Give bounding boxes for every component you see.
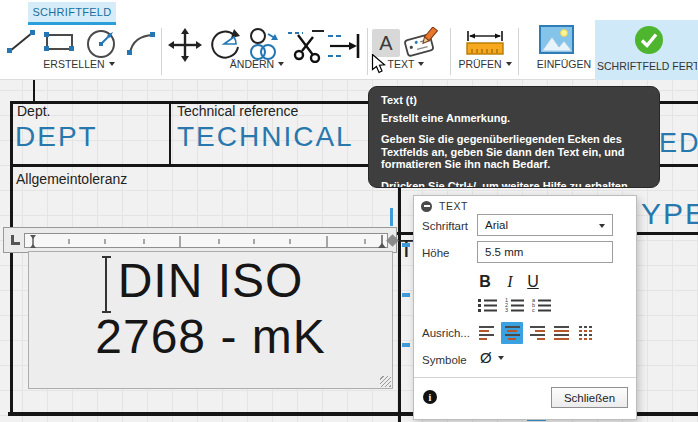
mouse-cursor-icon xyxy=(371,54,388,79)
dialog-footer: i Schließen xyxy=(414,377,636,419)
list-style-buttons: 123 abc xyxy=(478,297,552,313)
text-edit-box[interactable]: DIN ISO 2768 - mK xyxy=(28,251,393,389)
move-icon xyxy=(167,27,203,63)
edit-text-line-2: 2768 - mK xyxy=(29,309,392,365)
toolbar-divider xyxy=(518,28,519,75)
text-group-label: TEXT xyxy=(388,58,415,70)
resize-handle[interactable] xyxy=(380,376,391,387)
clipped-cell-value-ed: ED. xyxy=(659,128,698,159)
ribbon-toolbar: ERSTELLEN xyxy=(0,25,698,80)
align-label: Ausrich... xyxy=(422,327,470,339)
tab-stop-icon[interactable] xyxy=(11,235,20,245)
selection-mark xyxy=(390,208,393,226)
extend-icon xyxy=(326,31,362,61)
leader-text-tool-button[interactable] xyxy=(402,27,439,59)
tooltip-hint: Drücken Sie Ctrl+/, um weitere Hilfe zu … xyxy=(381,180,647,189)
rotate-tool-button[interactable] xyxy=(205,28,243,62)
pruefen-group-dropdown[interactable]: PRÜFEN xyxy=(448,58,522,70)
selection-mark xyxy=(402,293,410,297)
align-buttons xyxy=(476,322,598,344)
image-icon xyxy=(539,25,574,54)
aendern-group-label: ÄNDERN xyxy=(230,58,274,70)
tooltip-summary: Erstellt eine Anmerkung. xyxy=(381,112,647,124)
toolbar-divider xyxy=(367,28,368,75)
font-label: Schriftart xyxy=(422,220,468,232)
technical-reference-cell-label: Technical reference xyxy=(177,103,298,119)
pruefen-group-label: PRÜFEN xyxy=(458,58,501,70)
font-select-value: Arial xyxy=(485,219,508,231)
text-group-dropdown[interactable]: TEXT xyxy=(382,58,430,70)
rotate-icon xyxy=(205,28,243,62)
font-select[interactable]: Arial xyxy=(477,214,613,236)
technical-reference-cell-value: TECHNICAL xyxy=(177,121,354,153)
selection-mark xyxy=(402,243,410,247)
dept-cell-label: Dept. xyxy=(17,103,50,119)
chevron-down-icon xyxy=(498,356,504,360)
chevron-down-icon xyxy=(109,62,115,66)
clipped-cell-value-ype: YPE xyxy=(641,197,698,231)
height-input[interactable]: 5.5 mm xyxy=(477,241,613,263)
text-ruler[interactable] xyxy=(3,227,397,253)
align-justify-button[interactable] xyxy=(551,322,573,344)
text-tool-button[interactable]: A xyxy=(372,29,400,57)
dialog-header[interactable]: TEXT xyxy=(414,196,636,216)
toolbar-divider xyxy=(161,28,162,75)
ruler-scale xyxy=(24,233,388,248)
insert-image-tool-button[interactable] xyxy=(539,25,574,54)
edit-text-content[interactable]: DIN ISO 2768 - mK xyxy=(29,252,392,365)
arc-icon xyxy=(124,29,158,57)
numbered-list-icon[interactable]: 123 xyxy=(505,297,525,313)
lettered-list-icon[interactable]: abc xyxy=(532,297,552,313)
collapse-icon[interactable] xyxy=(421,201,432,212)
tooltip-body: Geben Sie die gegenüberliegenden Ecken d… xyxy=(381,133,647,171)
underline-button[interactable]: U xyxy=(524,273,542,291)
copy-icon xyxy=(245,27,283,61)
chevron-down-icon xyxy=(599,224,605,228)
close-button[interactable]: Schließen xyxy=(551,387,628,408)
italic-button[interactable]: I xyxy=(501,273,519,291)
dialog-title: TEXT xyxy=(439,200,468,212)
height-label: Höhe xyxy=(422,247,450,259)
tag-icon xyxy=(402,27,439,59)
ruler-end-handle[interactable] xyxy=(386,234,399,247)
tolerance-cell-label: Allgemeintoleranz xyxy=(16,171,127,187)
chevron-down-icon xyxy=(418,62,424,66)
text-cursor-icon xyxy=(105,257,107,312)
measure-ruler-icon xyxy=(464,29,506,56)
tooltip-title: Text (t) xyxy=(381,94,647,106)
line-tool-button[interactable] xyxy=(5,28,38,55)
info-icon[interactable]: i xyxy=(423,390,437,404)
clipped-cell-label-t: T xyxy=(399,235,414,263)
circle-icon xyxy=(84,27,120,59)
height-input-value: 5.5 mm xyxy=(485,246,523,258)
erstellen-group-label: ERSTELLEN xyxy=(43,58,104,70)
symbol-dropdown[interactable]: Ø xyxy=(480,349,504,366)
rectangle-tool-button[interactable] xyxy=(42,30,78,54)
finish-titleblock-label: SCHRIFTFELD FERTIG xyxy=(597,60,697,72)
finish-titleblock-button[interactable]: SCHRIFTFELD FERTIG xyxy=(595,20,698,80)
measure-tool-button[interactable] xyxy=(464,29,506,56)
tab-schriftfeld[interactable]: SCHRIFTFELD xyxy=(28,2,116,25)
arc-tool-button[interactable] xyxy=(124,29,158,57)
move-tool-button[interactable] xyxy=(167,27,203,63)
align-left-button[interactable] xyxy=(476,322,498,344)
chevron-down-icon xyxy=(278,62,284,66)
dept-cell-value: DEPT xyxy=(15,121,98,153)
svg-text:3: 3 xyxy=(505,307,508,313)
bold-button[interactable]: B xyxy=(476,273,494,291)
rectangle-icon xyxy=(42,30,78,54)
align-distribute-button[interactable] xyxy=(576,322,598,344)
align-center-button[interactable] xyxy=(501,322,523,344)
titleblock-line xyxy=(169,101,171,167)
text-dialog: TEXT Schriftart Arial Höhe 5.5 mm B I U … xyxy=(413,195,637,420)
align-right-button[interactable] xyxy=(526,322,548,344)
copy-tool-button[interactable] xyxy=(245,27,283,61)
einfuegen-group-label: EINFÜGEN xyxy=(537,58,591,70)
erstellen-group-dropdown[interactable]: ERSTELLEN xyxy=(38,58,120,70)
circle-tool-button[interactable] xyxy=(84,27,120,59)
extend-tool-button[interactable] xyxy=(326,31,362,61)
aendern-group-dropdown[interactable]: ÄNDERN xyxy=(218,58,296,70)
bullet-list-icon[interactable] xyxy=(478,297,498,313)
line-icon xyxy=(5,28,38,55)
selection-mark xyxy=(402,343,410,347)
